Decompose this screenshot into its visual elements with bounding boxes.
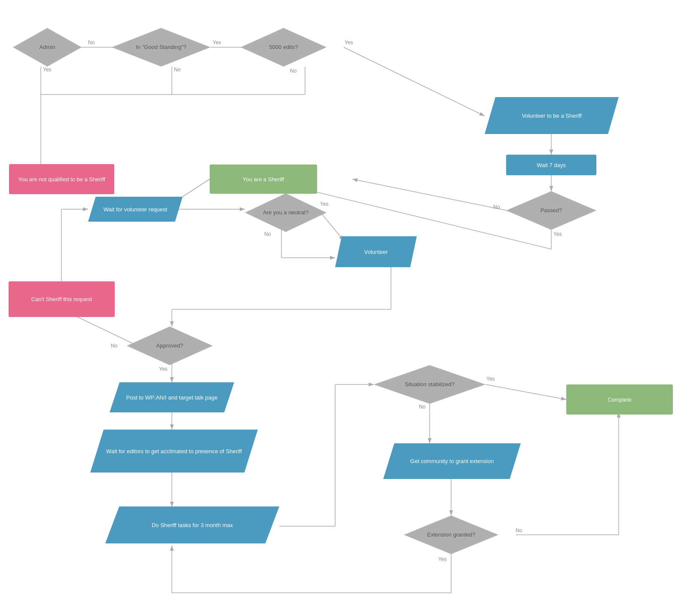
neutral-diamond: Are you a neutral? (245, 193, 327, 232)
admin-no-label: No (88, 40, 95, 46)
good-standing-yes-label: Yes (213, 40, 221, 46)
good-standing-diamond: In "Good Standing"? (112, 28, 211, 67)
post-para: Post to WP:AN/I and target talk page (110, 382, 234, 412)
edits-diamond: 5000 edits? (241, 28, 327, 67)
situation-yes-label: Yes (486, 376, 495, 382)
extension-no-label: No (516, 528, 522, 534)
do-tasks-para: Do Sheriff tasks for 3 month max (105, 506, 279, 543)
admin-yes-label: Yes (43, 67, 52, 73)
volunteer2-para: Volunteer (335, 236, 417, 267)
approved-diamond: Approved? (127, 326, 213, 365)
good-standing-no-label: No (174, 67, 180, 73)
svg-line-11 (352, 179, 507, 210)
neutral-no-label: No (264, 231, 271, 237)
neutral-yes-label: Yes (320, 201, 329, 207)
flowchart-canvas: Admin In "Good Standing"? 5000 edits? Pa… (0, 0, 678, 616)
not-qualified-rect: You are not qualified to be a Sheriff (9, 164, 114, 194)
approved-yes-label: Yes (159, 366, 168, 372)
svg-line-32 (486, 384, 566, 399)
svg-line-3 (344, 47, 485, 116)
situation-diamond: Situation stabilized? (374, 365, 486, 404)
extension-diamond: Extension granted? (404, 515, 498, 554)
cant-sheriff-rect: Can't Sheriff this request (9, 281, 115, 317)
edits-no-label: No (290, 68, 296, 74)
edits-yes-label: Yes (345, 40, 353, 46)
admin-diamond: Admin (13, 28, 82, 67)
get-community-para: Get community to grant extension (383, 443, 521, 479)
extension-yes-label: Yes (438, 556, 447, 562)
situation-no-label: No (419, 404, 425, 410)
wait-volunteer-para: Wait for volunteer request (88, 197, 183, 222)
you-are-sheriff-rect: You are a Sheriff (210, 165, 317, 194)
volunteer-sheriff-para: Volunteer to be a Sheriff (485, 97, 619, 134)
complete-rect: Complete (566, 384, 673, 415)
approved-no-label: No (111, 343, 117, 349)
wait-editors-para: Wait for editors to get acclimated to pr… (90, 430, 258, 473)
wait7-rect: Wait 7 days (506, 155, 596, 175)
passed-no-label: No (493, 204, 500, 210)
passed-diamond: Passed? (506, 191, 596, 230)
passed-yes-label: Yes (553, 231, 562, 237)
